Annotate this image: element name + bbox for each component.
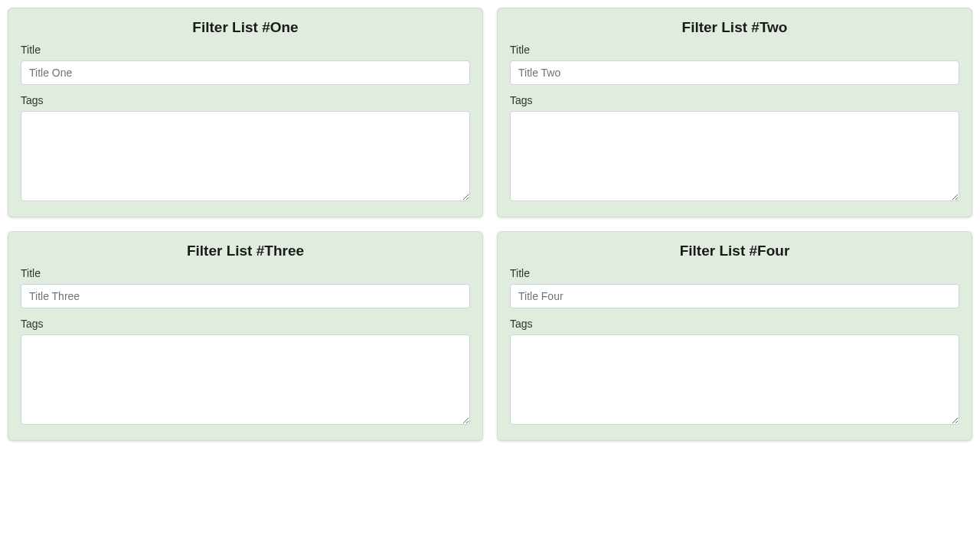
filter-card-two: Filter List #Two Title Tags	[497, 8, 972, 217]
card-heading: Filter List #Two	[510, 19, 959, 36]
title-input[interactable]	[21, 60, 470, 85]
card-heading: Filter List #One	[21, 19, 470, 36]
tags-label: Tags	[510, 318, 959, 330]
filter-cards-grid: Filter List #One Title Tags Filter List …	[8, 8, 972, 441]
title-input[interactable]	[510, 60, 959, 85]
tags-input[interactable]	[21, 111, 470, 201]
title-label: Title	[510, 267, 959, 279]
title-label: Title	[21, 44, 470, 56]
card-heading: Filter List #Four	[510, 243, 959, 259]
tags-input[interactable]	[510, 334, 959, 425]
title-label: Title	[21, 267, 470, 279]
tags-label: Tags	[21, 318, 470, 330]
card-heading: Filter List #Three	[21, 243, 470, 259]
tags-label: Tags	[510, 94, 959, 106]
title-input[interactable]	[510, 284, 959, 308]
tags-label: Tags	[21, 94, 470, 106]
title-label: Title	[510, 44, 959, 56]
filter-card-one: Filter List #One Title Tags	[8, 8, 483, 217]
title-input[interactable]	[21, 284, 470, 308]
tags-input[interactable]	[21, 334, 470, 425]
filter-card-four: Filter List #Four Title Tags	[497, 231, 972, 441]
tags-input[interactable]	[510, 111, 959, 201]
filter-card-three: Filter List #Three Title Tags	[8, 231, 483, 441]
